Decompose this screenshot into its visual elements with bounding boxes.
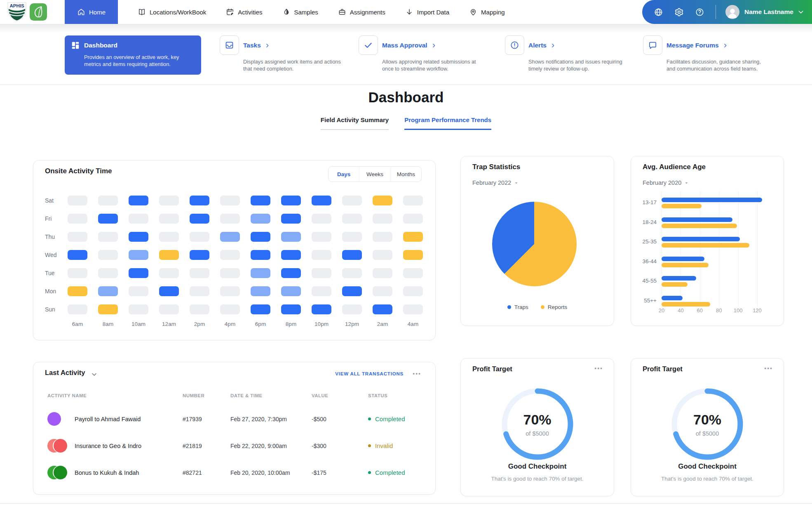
quick-link-message-forums[interactable]: Message ForumsFacilitates discussion, gu… — [643, 35, 767, 72]
heatmap-cell — [373, 250, 392, 260]
table-row[interactable]: Payroll to Ahmad Fawaid#17939Feb 27, 202… — [33, 406, 435, 432]
page-title: Dashboard — [0, 89, 812, 106]
heatmap-cell — [312, 304, 331, 314]
bar-series-2 — [662, 263, 709, 267]
quick-link-title: Alerts — [528, 42, 547, 49]
heatmap-cell — [251, 214, 270, 224]
heatmap-cell — [373, 286, 392, 296]
heatmap-cell — [312, 214, 331, 224]
profit-target-card: Profit Target•••70%of $5000Good Checkpoi… — [631, 358, 784, 496]
user-name[interactable]: Name Lastname — [744, 8, 793, 16]
heatmap-cell — [98, 268, 118, 278]
table-header: ACTIVITY NAMENUMBERDATE & TIMEVALUESTATU… — [33, 392, 435, 399]
progress-ring: 70%of $5000 — [670, 387, 744, 461]
activity-name: Payroll to Ahmad Fawaid — [75, 416, 183, 422]
card-title: Profit Target — [472, 365, 512, 373]
gear-icon[interactable] — [674, 7, 684, 17]
globe-icon[interactable] — [654, 7, 663, 17]
progress-percent: 70% — [523, 412, 551, 428]
heatmap-cell — [281, 232, 301, 242]
chevron-down-icon[interactable] — [91, 371, 97, 377]
nav-item-locations-workbook[interactable]: Locations/WorkBook — [138, 0, 206, 24]
column-header-activity-name: ACTIVITY NAME — [47, 393, 183, 398]
heatmap-cell — [68, 250, 87, 260]
nav-item-home[interactable]: Home — [65, 0, 118, 24]
heatmap-cell — [251, 232, 270, 242]
quick-link-header: Tasks — [220, 35, 343, 55]
checkpoint-label: Good Checkpoint — [461, 462, 614, 471]
column-header-date-time: DATE & TIME — [230, 393, 312, 398]
ellipsis-menu-icon[interactable]: ••• — [413, 370, 421, 377]
column-header-status: STATUS — [368, 393, 411, 398]
check-icon — [364, 40, 373, 50]
quick-link-header: Alerts — [505, 35, 629, 55]
status-dot — [368, 471, 371, 474]
quick-link-description: Facilitates discussion, guidance sharing… — [666, 58, 767, 72]
table-row[interactable]: Bonus to Kukuh & Indah#82721Feb 20, 2020… — [33, 459, 435, 486]
heatmap-cell — [159, 196, 179, 205]
bar-gridline — [719, 191, 719, 307]
quick-link-dashboard[interactable]: Dashboard Provides an overview of active… — [65, 35, 201, 75]
heatmap-cell — [403, 214, 423, 224]
nav-item-samples[interactable]: Samples — [282, 0, 318, 24]
heatmap-cell — [129, 304, 148, 314]
heatmap-cell — [373, 196, 392, 205]
bar-tick-label: 40 — [672, 307, 689, 314]
ellipsis-menu-icon[interactable]: ••• — [764, 365, 773, 372]
checkpoint-note: That's is good to reach 70% of target. — [461, 476, 614, 482]
avatar[interactable] — [725, 5, 739, 19]
leaf-app-icon — [30, 3, 47, 21]
heatmap-cell — [403, 196, 423, 205]
status-label: Invalid — [375, 442, 393, 449]
heatmap-col-label: 10pm — [309, 321, 334, 327]
bar-category-label: 25-35 — [634, 238, 657, 245]
checkpoint-label: Good Checkpoint — [631, 462, 784, 471]
utility-icons — [654, 7, 716, 17]
nav-item-mapping[interactable]: Mapping — [469, 0, 505, 24]
nav-item-label: Samples — [294, 9, 318, 16]
activity-avatar — [47, 466, 75, 479]
table-row[interactable]: Insurance to Geo & Indro#21819Feb 22, 20… — [33, 432, 435, 459]
top-navigation-bar: APHIS HomeLocations/WorkBookActivitiesSa… — [0, 0, 812, 24]
progress-target: of $5000 — [526, 430, 549, 437]
heatmap-col-label: 12pm — [340, 321, 364, 327]
ellipsis-menu-icon[interactable]: ••• — [594, 365, 603, 372]
heatmap-cell — [68, 304, 87, 314]
card-title: Last Activity — [45, 369, 85, 377]
heatmap-cell — [220, 268, 240, 278]
view-all-transactions-link[interactable]: VIEW ALL TRANSACTIONS — [335, 371, 404, 376]
heatmap-cell — [220, 196, 240, 205]
heatmap-cell — [312, 268, 331, 278]
pie-legend: TrapsReports — [461, 304, 614, 310]
quick-link-tasks[interactable]: TasksDisplays assigned work items and ac… — [220, 35, 343, 72]
bar-tick-label: 60 — [692, 307, 708, 314]
quick-link-alerts[interactable]: AlertsShows notifications and issues req… — [505, 35, 629, 72]
nav-item-assignments[interactable]: Assignments — [338, 0, 385, 24]
quick-link-header: Mass Approval — [359, 35, 482, 55]
primary-nav: HomeLocations/WorkBookActivitiesSamplesA… — [65, 0, 505, 24]
progress-ring: 70%of $5000 — [500, 387, 575, 461]
nav-item-activities[interactable]: Activities — [226, 0, 262, 24]
nav-item-import-data[interactable]: Import Data — [405, 0, 449, 24]
heatmap-cell — [98, 304, 118, 314]
help-icon[interactable] — [695, 7, 704, 17]
activity-number: #82721 — [183, 469, 230, 476]
heatmap-row-label: Sun — [45, 304, 63, 314]
heatmap-cell — [403, 250, 423, 260]
book-icon — [138, 8, 146, 16]
activity-status: Invalid — [368, 442, 411, 449]
bar-tick-label: 20 — [653, 307, 670, 314]
tab-program-performance-trends[interactable]: Program Performance Trends — [404, 116, 491, 130]
heatmap-cell — [129, 268, 148, 278]
heatmap-cell — [373, 232, 392, 242]
activity-avatar — [47, 439, 75, 453]
bar-series-1 — [662, 276, 696, 281]
quick-link-mass-approval[interactable]: Mass ApprovalAllows approving related su… — [359, 35, 482, 72]
heatmap-cell — [220, 304, 240, 314]
heatmap-cell — [281, 286, 301, 296]
activity-status: Completed — [368, 469, 411, 476]
period-selector[interactable]: February 2022 — [472, 179, 519, 186]
tab-field-activity-summary[interactable]: Field Activity Summary — [321, 116, 389, 130]
chevron-down-icon[interactable] — [798, 9, 804, 15]
legend-label: Traps — [514, 304, 528, 310]
